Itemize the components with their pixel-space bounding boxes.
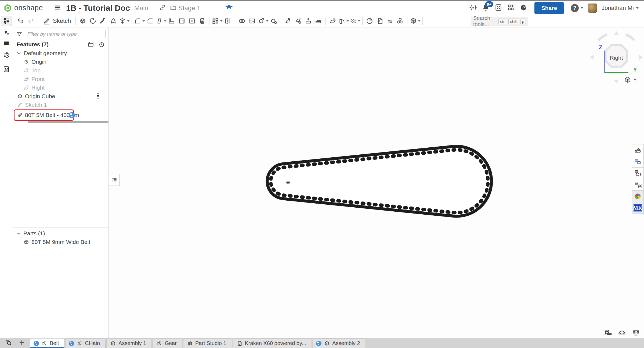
offset-surface-tool-button[interactable] — [303, 16, 313, 26]
draft-tool-button[interactable] — [155, 16, 167, 26]
color-app-button[interactable] — [632, 190, 644, 202]
feature-row-origin-cube[interactable]: Origin Cube — [13, 92, 108, 101]
tab-gear[interactable]: Gear — [153, 338, 182, 348]
history-rail-button[interactable] — [1, 50, 12, 60]
folder-name-label[interactable]: Stage 1 — [178, 4, 201, 12]
main-menu-button[interactable] — [54, 4, 61, 12]
thicken-surface-tool-button[interactable] — [313, 16, 324, 26]
feature-list-rail-button[interactable] — [1, 16, 12, 26]
split-tool-button[interactable] — [247, 16, 257, 26]
add-tab-icon[interactable] — [18, 339, 25, 346]
appearance-panel-button[interactable] — [632, 144, 644, 156]
user-menu[interactable]: Jonathan Mi — [602, 5, 639, 12]
rollback-bar[interactable] — [28, 121, 118, 123]
thicken-tool-button[interactable] — [118, 16, 130, 26]
config-variables-button[interactable]: (x) — [632, 179, 644, 191]
help-menu[interactable]: ? — [571, 4, 583, 12]
linear-pattern-tool-button[interactable] — [211, 16, 223, 26]
feature-row-80t-5m-belt-400mm[interactable]: 80T 5M Belt - 400mm — [13, 109, 108, 121]
undo-tool-button[interactable] — [16, 16, 26, 26]
parts-header-row[interactable]: Parts (1) — [13, 229, 108, 238]
mirror-tool-button[interactable] — [223, 16, 233, 26]
helix-tool-button[interactable] — [349, 16, 360, 26]
tab-chain[interactable]: CHain — [65, 338, 106, 348]
filter-input[interactable] — [25, 30, 106, 38]
onshape-logo[interactable]: onshape — [4, 4, 43, 12]
hole-tool-button[interactable] — [187, 16, 197, 26]
extrude-tool-button[interactable] — [78, 16, 88, 26]
search-tabs-icon[interactable] — [4, 339, 12, 347]
linked-feature-icon[interactable] — [69, 112, 75, 118]
redo-tool-button[interactable] — [26, 16, 36, 26]
revolve-tool-button[interactable] — [88, 16, 98, 26]
variables-tool-button[interactable]: (x) — [385, 16, 395, 26]
feature-row-front[interactable]: Front — [13, 75, 108, 83]
shell-tool-button[interactable] — [177, 16, 187, 26]
view-options-button[interactable] — [624, 76, 636, 84]
apps-button[interactable] — [507, 3, 515, 13]
rotate-up-arrow[interactable] — [614, 31, 619, 35]
feature-row-origin[interactable]: Origin — [13, 58, 108, 66]
featurescript-button[interactable] — [469, 3, 477, 13]
learning-center-button[interactable] — [225, 4, 233, 12]
copy-link-button[interactable] — [159, 4, 166, 12]
history-clock-icon[interactable] — [98, 41, 105, 48]
rotate-right-arrow[interactable] — [639, 55, 643, 60]
tab-assembly-1[interactable]: Assembly 1 — [106, 338, 152, 348]
feature-row-top[interactable]: Top — [13, 66, 108, 75]
tape-measure-icon[interactable] — [604, 328, 612, 337]
part-row[interactable]: 80T 5M 9mm Wide Belt — [13, 238, 108, 246]
roll-cw-arrow[interactable] — [626, 34, 634, 40]
import-tool-button[interactable] — [375, 16, 385, 26]
delete-face-tool-button[interactable] — [293, 16, 303, 26]
mk-app-button[interactable]: MK — [632, 202, 644, 214]
rotate-down-arrow[interactable] — [614, 80, 619, 83]
avatar[interactable] — [588, 3, 597, 13]
transform-tool-button[interactable] — [257, 16, 269, 26]
filter-funnel-icon[interactable] — [16, 31, 23, 37]
share-button[interactable]: Share — [534, 2, 564, 14]
workspace-label[interactable]: Main — [134, 4, 148, 12]
plane-tool-button[interactable] — [328, 16, 338, 26]
sketch-button[interactable]: Sketch — [40, 16, 74, 26]
protractor-icon[interactable] — [618, 328, 626, 337]
sweep-tool-button[interactable] — [98, 16, 108, 26]
rollback-handle[interactable] — [95, 92, 101, 101]
add-folder-icon[interactable] — [87, 41, 94, 48]
mass-properties-icon[interactable] — [632, 328, 640, 337]
boolean-tool-button[interactable] — [237, 16, 247, 26]
feature-row-default-geometry[interactable]: Default geometry — [13, 49, 108, 58]
bom-rail-button[interactable] — [1, 64, 12, 74]
chamfer-tool-button[interactable] — [145, 16, 155, 26]
rotate-left-arrow[interactable] — [590, 55, 594, 60]
part-config-table-button[interactable] — [632, 156, 644, 168]
origin-marker-icon[interactable] — [286, 180, 290, 186]
configurations-button[interactable] — [632, 167, 644, 179]
helix-clock-tool-button[interactable] — [364, 16, 375, 26]
document-location[interactable] — [170, 4, 177, 12]
cylinder-tool-button[interactable] — [197, 16, 207, 26]
learning-assistant-button[interactable] — [520, 3, 528, 13]
tab-assembly-2[interactable]: Assembly 2 — [313, 338, 366, 348]
tab-part-studio-1[interactable]: Part Studio 1 — [183, 338, 232, 348]
delete-part-tool-button[interactable] — [269, 16, 279, 26]
move-face-tool-button[interactable] — [283, 16, 293, 26]
tab-kraken-x60-powered-by[interactable]: Kraken X60 powered by... — [233, 338, 312, 348]
graphics-canvas[interactable]: Right Z Y (x) — [108, 27, 644, 338]
search-tools-box[interactable]: Search tools... ctrlshiftp — [471, 17, 528, 26]
feature-row-sketch-1[interactable]: Sketch 1 — [13, 101, 108, 109]
insert-rail-button[interactable] — [1, 27, 12, 37]
tab-belt[interactable]: Belt — [30, 338, 64, 348]
belt-part-graphic[interactable] — [108, 27, 644, 338]
rib-tool-button[interactable] — [167, 16, 177, 26]
view-face-label[interactable]: Right — [605, 46, 628, 69]
feature-row-right[interactable]: Right — [13, 83, 108, 92]
tasks-button[interactable] — [494, 3, 502, 13]
view-cube-tool-button[interactable] — [409, 16, 421, 26]
loft-tool-button[interactable] — [108, 16, 118, 26]
notifications-button[interactable]: 9+ — [482, 3, 490, 13]
comments-rail-button[interactable] — [1, 38, 12, 49]
standard-content-tool-button[interactable] — [395, 16, 405, 26]
surface-bend-tool-button[interactable] — [338, 16, 349, 26]
fillet-tool-button[interactable] — [134, 16, 145, 26]
